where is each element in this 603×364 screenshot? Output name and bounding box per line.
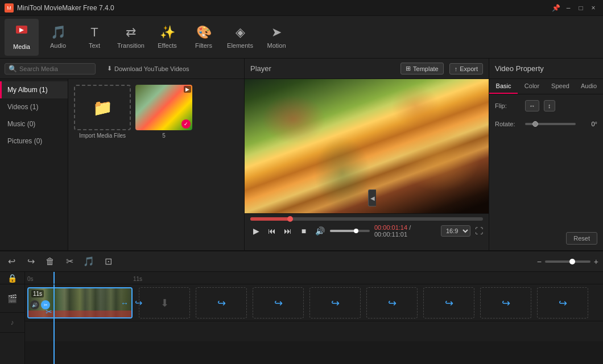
zoom-in-icon[interactable]: + [594,257,598,266]
right-collapse-btn[interactable]: ◀ [368,189,376,206]
stop-btn[interactable]: ■ [298,225,309,237]
tl-tracks: 11s ✂ ↔ 🔊 ✂ ↪ [25,284,603,364]
transition-slot-5[interactable]: ↪ [366,287,418,318]
transition-arrow-2: ↪ [217,297,226,309]
toolbar-text[interactable]: T Text [77,19,111,56]
toolbar-elements[interactable]: ◈ Elements [223,19,257,56]
title-bar-controls[interactable]: 📌 – □ × [551,3,598,13]
transition-slot-2[interactable]: ↪ [196,287,247,318]
zoom-slider[interactable] [545,260,590,263]
sidebar-item-pictures[interactable]: Pictures (0) [0,133,68,150]
transition-slot-8[interactable]: ↪ [537,287,588,318]
main-layout: Media 🎵 Audio T Text ⇄ Transition ✨ Effe… [0,16,603,364]
pin-icon[interactable]: 📌 [551,3,561,13]
import-media-card[interactable]: 📁 [74,85,131,130]
audio-badge: 🔊 [30,300,39,309]
transition-slot-4[interactable]: ↪ [309,287,361,318]
timeline-section: ↩ ↪ 🗑 ✂ 🎵 ⊡ − + 🔒 [0,250,603,364]
rotate-slider[interactable] [525,123,576,125]
transition-arrow-3: ↪ [274,297,283,309]
export-icon: ↑ [455,65,458,72]
clip-audio-bar [28,311,131,317]
transition-slot-7[interactable]: ↪ [480,287,531,318]
tl-audio-track-icon[interactable]: ♪ [0,313,24,333]
tl-left-gutter: 🔒 🎬 ♪ [0,272,25,364]
crop-btn[interactable]: ⊡ [101,255,115,268]
rotate-thumb [532,121,538,127]
text-icon: T [90,25,98,40]
skip-fwd-btn[interactable]: ⏭ [282,225,294,237]
timeline-toolbar: ↩ ↪ 🗑 ✂ 🎵 ⊡ − + [0,251,603,272]
tab-speed[interactable]: Speed [546,79,575,94]
sidebar-item-myalbum[interactable]: My Album (1) [0,81,68,98]
video-preview [245,79,489,213]
reset-btn[interactable]: Reset [566,232,597,245]
audio-icon: 🎵 [51,25,66,40]
search-input[interactable] [19,65,76,72]
toolbar-audio[interactable]: 🎵 Audio [41,19,75,56]
transition-arrow-6: ↪ [445,297,453,309]
transition-slot-1[interactable]: ⬇ [139,287,190,318]
media-thumb-1[interactable]: ▶ ✓ [135,85,192,130]
sidebar-item-music[interactable]: Music (0) [0,115,68,133]
flip-horizontal-btn[interactable]: ↔ [525,100,539,111]
tab-basic[interactable]: Basic [489,79,518,94]
transition-slot-3[interactable]: ↪ [253,287,304,318]
yt-download-btn[interactable]: ⬇ Download YouTube Videos [107,65,189,72]
search-input-wrap[interactable]: 🔍 [5,63,96,75]
transition-arrow-8: ↪ [559,297,567,309]
transition-icon: ⇄ [126,25,136,40]
skip-back-btn[interactable]: ⏮ [266,225,278,237]
restore-btn[interactable]: □ [576,3,586,13]
tab-audio[interactable]: Audio [575,79,603,94]
tl-content: 0s 11s [25,272,603,364]
main-clip[interactable]: 11s ✂ ↔ 🔊 ✂ [27,287,133,318]
export-btn[interactable]: ↑ Export [449,63,483,75]
flip-row: Flip: ↔ ↕ [495,100,597,111]
player-header: Player ⊞ Template ↑ Export [245,59,489,79]
thumb-badge: ▶ [184,86,191,93]
progress-bar[interactable] [250,217,483,221]
app-title: MiniTool MovieMaker Free 7.4.0 [17,4,114,12]
media-content: My Album (1) Videos (1) Music (0) Pictur… [0,79,244,250]
player-area: Player ⊞ Template ↑ Export [245,59,489,250]
sidebar-item-videos[interactable]: Videos (1) [0,98,68,115]
toolbar-motion[interactable]: ➤ Motion [259,19,294,56]
content-area: 🔍 ⬇ Download YouTube Videos My Album (1) [0,59,603,250]
aspect-ratio-select[interactable]: 16:9 9:16 1:1 4:3 [441,225,470,237]
toolbar-effects[interactable]: ✨ Effects [150,19,184,56]
download-icon: ⬇ [107,65,112,72]
close-btn[interactable]: × [588,3,598,13]
volume-slider[interactable] [330,230,370,232]
audio-detach-btn[interactable]: 🎵 [82,255,96,268]
fullscreen-btn[interactable]: ⛶ [475,226,483,235]
cut-btn[interactable]: ✂ [63,255,76,268]
progress-fill [250,217,290,221]
title-bar-left: M MiniTool MovieMaker Free 7.4.0 [5,3,114,13]
tl-video-track-icon[interactable]: 🎬 [0,284,24,313]
transition-slot-6[interactable]: ↪ [423,287,474,318]
minimize-btn[interactable]: – [563,3,573,13]
undo-btn[interactable]: ↩ [5,255,18,268]
transition-arrow-1: ⬇ [160,297,169,309]
toolbar-media[interactable]: Media [5,19,39,56]
zoom-out-icon[interactable]: − [537,257,542,266]
transition-arrow-5: ↪ [388,297,397,309]
zoom-thumb [569,259,575,264]
mute-btn[interactable]: 🔊 [314,225,325,237]
app-icon: M [5,3,14,13]
play-btn[interactable]: ▶ [250,225,262,237]
template-btn[interactable]: ⊞ Template [400,63,444,75]
toolbar-transition[interactable]: ⇄ Transition [114,19,148,56]
transition-arrow-4: ↪ [331,297,340,309]
redo-btn[interactable]: ↪ [24,255,38,268]
tab-color[interactable]: Color [518,79,546,94]
delete-btn[interactable]: 🗑 [43,255,57,268]
toolbar-filters[interactable]: 🎨 Filters [187,19,221,56]
flip-vertical-btn[interactable]: ↕ [544,100,555,111]
player-bottom: ▶ ⏮ ⏭ ■ 🔊 00:00:01:14 / 00:00:11:01 [250,224,483,238]
vp-content: Flip: ↔ ↕ Rotate: 0° Reset [489,94,603,250]
progress-thumb[interactable] [287,216,293,222]
tl-lock-icon[interactable]: 🔒 [0,272,24,284]
effects-icon: ✨ [160,25,175,40]
